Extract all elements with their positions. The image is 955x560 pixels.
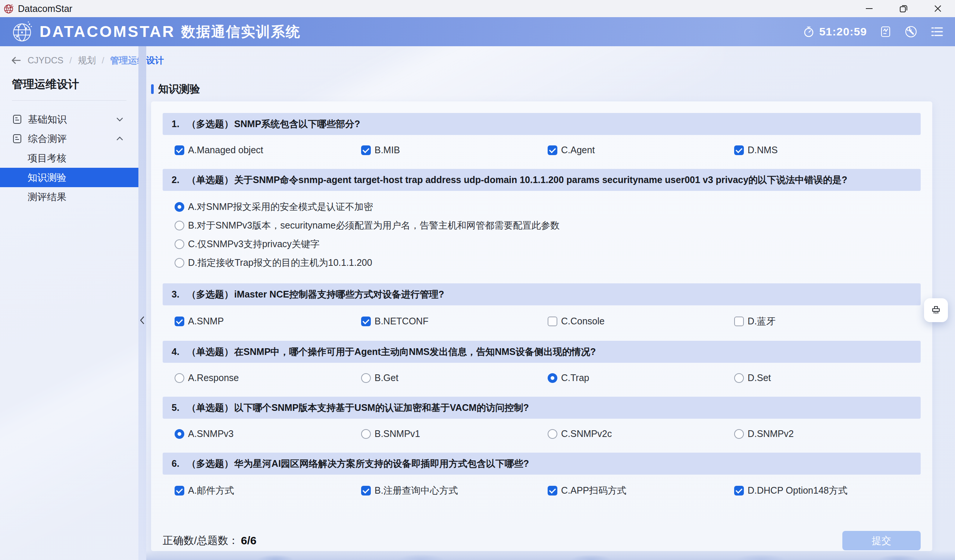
radio-unchecked-icon[interactable]	[734, 373, 744, 383]
option-checkbox[interactable]: D.DHCP Option148方式	[734, 484, 921, 497]
option-label: C.Agent	[561, 145, 595, 156]
option-radio[interactable]: A.SNMPv3	[175, 428, 361, 439]
option-radio[interactable]: C.SNMPv2c	[548, 428, 734, 439]
brush-tool-button[interactable]	[924, 298, 948, 322]
question-number: 6.	[172, 458, 179, 469]
question-number: 2.	[172, 175, 179, 185]
window-controls	[852, 0, 955, 17]
checkbox-checked-icon[interactable]	[175, 145, 184, 155]
option-radio[interactable]: A.对SNMP报文采用的安全模式是认证不加密	[175, 201, 921, 213]
option-label: A.Response	[188, 373, 239, 383]
document-icon	[12, 134, 22, 144]
option-checkbox[interactable]: D.NMS	[734, 145, 921, 156]
option-checkbox[interactable]: D.蓝牙	[734, 315, 921, 328]
question-type: （单选题）	[187, 346, 233, 358]
question-options: A.Managed objectB.MIBC.AgentD.NMS	[163, 135, 921, 169]
timer-value: 51:20:59	[819, 25, 867, 38]
question-header: 6. （多选题） 华为星河AI园区网络解决方案所支持的设备即插即用方式包含以下哪…	[163, 452, 921, 475]
score-summary: 正确数/总题数： 6/6	[163, 533, 257, 548]
question-number: 3.	[172, 289, 179, 300]
background-bottom-glow	[146, 550, 955, 560]
question-text: 在SNMP中，哪个操作可用于Agent主动向NMS发出信息，告知NMS设备侧出现…	[234, 346, 596, 358]
sidebar-item-project-exam[interactable]: 项目考核	[0, 148, 138, 168]
radio-unchecked-icon[interactable]	[361, 373, 371, 383]
checkbox-checked-icon[interactable]	[175, 317, 184, 326]
timer-icon	[803, 26, 815, 37]
question-header: 3. （多选题） iMaster NCE控制器支持哪些方式对设备进行管理?	[163, 283, 921, 305]
sidebar-item-knowledge-quiz[interactable]: 知识测验	[0, 168, 138, 187]
question-block: 5. （单选题） 以下哪个SNMP版本支持基于USM的认证加密和基于VACM的访…	[163, 397, 921, 452]
radio-unchecked-icon[interactable]	[175, 221, 184, 231]
option-radio[interactable]: B.对于SNMPv3版本，securityname必须配置为用户名，告警主机和网…	[175, 219, 921, 231]
checkbox-checked-icon[interactable]	[734, 145, 744, 155]
minimize-button[interactable]	[852, 0, 886, 17]
question-options: A.SNMPv3B.SNMPv1C.SNMPv2cD.SNMPv2	[163, 419, 921, 452]
option-label: B.MIB	[374, 145, 400, 156]
report-icon[interactable]	[880, 26, 892, 37]
radio-unchecked-icon[interactable]	[548, 429, 557, 439]
checkbox-checked-icon[interactable]	[175, 486, 184, 496]
sidebar-nav: 基础知识 综合测评	[0, 109, 138, 207]
restore-button[interactable]	[886, 0, 921, 17]
option-checkbox[interactable]: A.Managed object	[175, 145, 361, 156]
question-options: A.ResponseB.GetC.TrapD.Set	[163, 363, 921, 397]
option-label: C.Trap	[561, 373, 589, 383]
app-header: DATACOMSTAR 数据通信实训系统 51:20:59	[0, 17, 955, 46]
radio-checked-icon[interactable]	[175, 429, 184, 439]
option-checkbox[interactable]: B.MIB	[361, 145, 548, 156]
question-type: （单选题）	[187, 402, 233, 414]
submit-button[interactable]: 提交	[842, 531, 921, 550]
checkbox-checked-icon[interactable]	[361, 486, 371, 496]
brand: DATACOMSTAR 数据通信实训系统	[0, 21, 301, 42]
sidebar-item-label: 测评结果	[28, 190, 66, 204]
sidebar-item-comprehensive-assessment[interactable]: 综合测评	[0, 129, 138, 148]
menu-list-icon[interactable]	[930, 25, 944, 38]
app-title: DatacomStar	[18, 3, 72, 14]
close-button[interactable]	[921, 0, 955, 17]
option-checkbox[interactable]: C.Agent	[548, 145, 734, 156]
option-checkbox[interactable]: C.APP扫码方式	[548, 484, 734, 497]
option-label: C.仅SNMPv3支持privacy关键字	[188, 238, 320, 250]
option-radio[interactable]: A.Response	[175, 373, 361, 383]
radio-checked-icon[interactable]	[175, 202, 184, 212]
chevron-up-icon	[115, 134, 124, 143]
radio-unchecked-icon[interactable]	[734, 429, 744, 439]
score-value: 6/6	[241, 534, 257, 547]
question-block: 3. （多选题） iMaster NCE控制器支持哪些方式对设备进行管理? A.…	[163, 283, 921, 341]
checkbox-checked-icon[interactable]	[361, 145, 371, 155]
checkbox-checked-icon[interactable]	[548, 486, 557, 496]
option-checkbox[interactable]: B.NETCONF	[361, 316, 548, 327]
sidebar-item-assessment-result[interactable]: 测评结果	[0, 187, 138, 207]
workspace: CJYDCS / 规划 / 管理运维设计 管理运维设计 基础知识	[0, 46, 955, 560]
option-label: B.注册查询中心方式	[374, 484, 458, 497]
checkbox-checked-icon[interactable]	[361, 317, 371, 326]
option-radio[interactable]: D.Set	[734, 373, 921, 383]
option-checkbox[interactable]: A.邮件方式	[175, 484, 361, 497]
option-checkbox[interactable]: B.注册查询中心方式	[361, 484, 548, 497]
sidebar-item-label: 项目考核	[28, 152, 66, 165]
radio-unchecked-icon[interactable]	[175, 239, 184, 249]
option-label: A.对SNMP报文采用的安全模式是认证不加密	[188, 201, 373, 213]
brand-name-cn: 数据通信实训系统	[181, 22, 301, 41]
option-radio[interactable]: C.Trap	[548, 373, 734, 383]
option-checkbox[interactable]: C.Console	[548, 316, 734, 327]
sidebar-item-basic-knowledge[interactable]: 基础知识	[0, 109, 138, 129]
checkbox-checked-icon[interactable]	[734, 486, 744, 496]
option-checkbox[interactable]: A.SNMP	[175, 316, 361, 327]
radio-checked-icon[interactable]	[548, 373, 557, 383]
option-radio[interactable]: D.SNMPv2	[734, 428, 921, 439]
radio-unchecked-icon[interactable]	[361, 429, 371, 439]
tools-icon[interactable]	[904, 25, 918, 38]
checkbox-checked-icon[interactable]	[548, 145, 557, 155]
brand-globe-icon	[12, 21, 34, 42]
option-radio[interactable]: C.仅SNMPv3支持privacy关键字	[175, 238, 921, 250]
question-text: 华为星河AI园区网络解决方案所支持的设备即插即用方式包含以下哪些?	[234, 457, 529, 470]
checkbox-unchecked-icon[interactable]	[548, 317, 557, 326]
option-radio[interactable]: B.Get	[361, 373, 548, 383]
option-radio[interactable]: B.SNMPv1	[361, 428, 548, 439]
radio-unchecked-icon[interactable]	[175, 373, 184, 383]
radio-unchecked-icon[interactable]	[175, 258, 184, 268]
question-text: 关于SNMP命令snmp-agent target-host trap addr…	[234, 174, 847, 186]
checkbox-unchecked-icon[interactable]	[734, 317, 744, 326]
option-radio[interactable]: D.指定接收Trap报文的目的主机为10.1.1.200	[175, 256, 921, 269]
